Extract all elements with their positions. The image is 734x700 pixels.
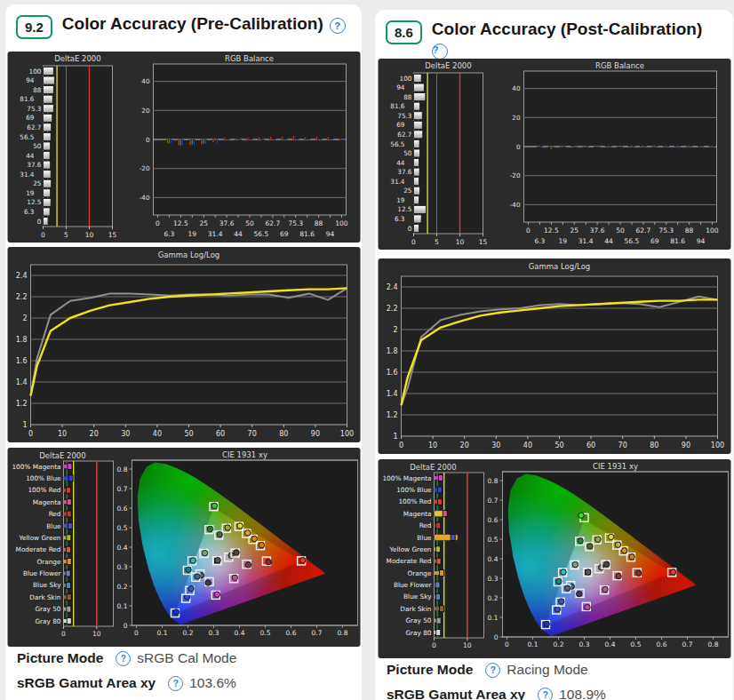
svg-text:2.2: 2.2 <box>15 293 27 301</box>
svg-text:100: 100 <box>28 68 41 76</box>
svg-text:0.5: 0.5 <box>630 640 641 648</box>
help-icon[interactable]: ? <box>538 688 553 700</box>
svg-text:62.7: 62.7 <box>635 227 650 235</box>
help-icon[interactable]: ? <box>330 18 346 34</box>
page-title: Color Accuracy (Post-Calibration) <box>432 20 702 38</box>
svg-text:50: 50 <box>33 142 42 150</box>
svg-text:25: 25 <box>403 187 411 195</box>
svg-text:56.5: 56.5 <box>390 140 404 148</box>
svg-text:62.7: 62.7 <box>265 219 280 227</box>
svg-text:80: 80 <box>279 430 288 438</box>
svg-text:Moderate Red: Moderate Red <box>386 557 431 565</box>
svg-text:0: 0 <box>526 227 531 235</box>
svg-text:0: 0 <box>398 441 403 449</box>
svg-text:81.6: 81.6 <box>20 95 35 103</box>
svg-text:88: 88 <box>403 93 412 101</box>
svg-text:0.3: 0.3 <box>208 629 219 637</box>
svg-text:1.6: 1.6 <box>15 357 27 365</box>
svg-text:44: 44 <box>604 237 613 245</box>
chart-svg: Gamma Log/Log11.21.41.61.822.22.40102030… <box>378 259 730 454</box>
svg-text:Gray 80: Gray 80 <box>405 629 431 637</box>
svg-text:12.5: 12.5 <box>544 227 559 235</box>
svg-text:25: 25 <box>33 179 41 187</box>
svg-text:RGB Balance: RGB Balance <box>225 54 274 63</box>
help-icon[interactable]: ? <box>432 44 448 60</box>
svg-text:37.6: 37.6 <box>397 168 412 176</box>
picture-mode-row: Picture Mode ? sRGB Cal Mode <box>17 650 236 666</box>
srgb-gamut-row: sRGB Gamut Area xy ? 103.6% <box>17 675 236 691</box>
svg-text:0.7: 0.7 <box>487 497 498 505</box>
svg-text:100: 100 <box>399 75 411 83</box>
svg-text:50: 50 <box>554 441 563 449</box>
svg-text:81.6: 81.6 <box>390 102 405 110</box>
svg-text:0.7: 0.7 <box>116 485 127 493</box>
svg-text:31.4: 31.4 <box>207 230 222 238</box>
svg-text:50: 50 <box>403 149 412 157</box>
svg-text:44: 44 <box>234 230 243 238</box>
svg-text:0.2: 0.2 <box>487 594 498 602</box>
svg-text:2.4: 2.4 <box>15 272 27 280</box>
help-icon[interactable]: ? <box>485 663 500 678</box>
stat-value: sRGB Cal Mode <box>137 650 236 666</box>
svg-text:12.5: 12.5 <box>27 198 41 206</box>
svg-text:0.7: 0.7 <box>682 640 692 648</box>
svg-text:40: 40 <box>512 84 521 92</box>
svg-text:1: 1 <box>393 433 397 441</box>
score-badge: 9.2 <box>16 15 52 39</box>
svg-text:Gamma Log/Log: Gamma Log/Log <box>157 251 219 259</box>
title-wrap: Color Accuracy (Pre-Calibration)? <box>62 13 346 35</box>
svg-text:Gray 80: Gray 80 <box>35 617 60 625</box>
svg-text:0.7: 0.7 <box>311 629 322 637</box>
svg-text:Blue: Blue <box>46 522 61 530</box>
svg-text:90: 90 <box>681 441 690 449</box>
svg-text:Blue Flower: Blue Flower <box>22 569 60 577</box>
score-badge: 8.6 <box>386 20 422 44</box>
svg-text:40: 40 <box>141 77 150 85</box>
svg-text:88: 88 <box>314 219 323 227</box>
svg-text:31.4: 31.4 <box>390 178 405 186</box>
svg-text:0: 0 <box>515 143 520 151</box>
svg-text:50: 50 <box>616 227 625 235</box>
svg-text:Dark Skin: Dark Skin <box>400 605 431 613</box>
help-icon[interactable]: ? <box>168 676 183 691</box>
help-icon[interactable]: ? <box>116 651 131 666</box>
svg-text:0: 0 <box>61 630 66 638</box>
svg-text:-20: -20 <box>139 164 149 172</box>
svg-text:0.5: 0.5 <box>259 629 270 637</box>
stat-label: Picture Mode <box>387 662 473 678</box>
svg-text:100: 100 <box>335 219 348 227</box>
svg-text:70: 70 <box>247 430 256 438</box>
chart-svg: DeltaE 2000100948881.675.36962.756.55044… <box>378 59 730 250</box>
svg-text:0.2: 0.2 <box>116 583 127 591</box>
svg-text:0.4: 0.4 <box>604 640 615 648</box>
svg-text:0: 0 <box>28 430 32 438</box>
svg-text:50: 50 <box>184 430 193 438</box>
stat-label: sRGB Gamut Area xy <box>17 675 156 691</box>
svg-text:Gamma Log/Log: Gamma Log/Log <box>528 262 590 271</box>
svg-text:81.6: 81.6 <box>670 237 685 245</box>
svg-text:0.8: 0.8 <box>487 477 498 485</box>
svg-text:94: 94 <box>696 237 705 245</box>
svg-text:90: 90 <box>310 430 319 438</box>
svg-text:Dark Skin: Dark Skin <box>29 593 60 601</box>
stat-value: Racing Mode <box>507 662 587 678</box>
svg-text:0: 0 <box>493 633 498 641</box>
svg-text:DeltaE 2000: DeltaE 2000 <box>425 61 471 70</box>
svg-text:10: 10 <box>455 238 464 246</box>
svg-text:Orange: Orange <box>36 558 60 566</box>
srgb-gamut-row: sRGB Gamut Area xy ? 108.9% <box>387 687 606 700</box>
svg-text:100% Red: 100% Red <box>28 486 60 494</box>
stat-label: sRGB Gamut Area xy <box>387 687 525 700</box>
svg-text:100% Blue: 100% Blue <box>396 486 432 494</box>
stat-value: 103.6% <box>189 675 236 691</box>
svg-text:Magenta: Magenta <box>32 498 60 506</box>
svg-text:15: 15 <box>108 231 116 239</box>
svg-text:0.4: 0.4 <box>116 544 127 552</box>
svg-text:0.2: 0.2 <box>553 640 563 648</box>
svg-text:1: 1 <box>22 421 27 429</box>
svg-text:2: 2 <box>393 326 397 334</box>
deltae-rgb-panel: DeltaE 2000100948881.675.36962.756.55044… <box>378 59 730 250</box>
svg-text:-20: -20 <box>509 171 520 179</box>
svg-text:0.6: 0.6 <box>285 629 296 637</box>
svg-text:30: 30 <box>121 430 130 438</box>
